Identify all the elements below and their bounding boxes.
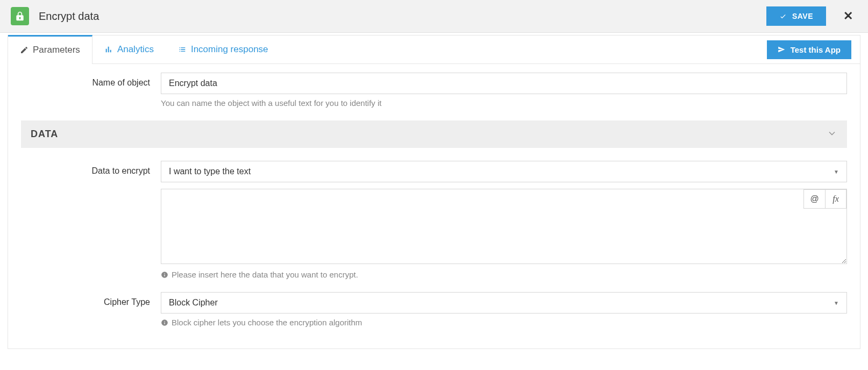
caret-down-icon: ▼	[834, 300, 839, 306]
section-data-title: DATA	[31, 129, 58, 140]
name-of-object-help: You can name the object with a useful te…	[161, 98, 847, 108]
list-icon	[178, 45, 187, 54]
insert-variable-button[interactable]: @	[803, 189, 825, 209]
chevron-down-icon	[827, 128, 837, 140]
tab-spacer	[281, 35, 767, 63]
lock-icon	[11, 7, 29, 25]
cipher-type-help: Block cipher lets you choose the encrypt…	[161, 318, 847, 327]
tab-analytics[interactable]: Analytics	[93, 35, 166, 63]
check-icon	[779, 12, 787, 20]
config-panel: Parameters Analytics Incoming response T…	[8, 35, 860, 349]
row-name-of-object: Name of object You can name the object w…	[21, 73, 847, 108]
info-icon	[161, 271, 168, 279]
cipher-type-label: Cipher Type	[21, 292, 161, 307]
test-app-button[interactable]: Test this App	[767, 40, 851, 59]
data-to-encrypt-help: Please insert here the data that you wan…	[161, 270, 847, 279]
at-icon: @	[810, 194, 819, 204]
save-button[interactable]: SAVE	[766, 6, 826, 26]
row-cipher-type: Cipher Type Block Cipher ▼ Block cipher …	[21, 292, 847, 327]
info-icon	[161, 319, 168, 326]
tab-analytics-label: Analytics	[117, 44, 154, 55]
tab-incoming-label: Incoming response	[191, 44, 268, 55]
tab-parameters[interactable]: Parameters	[8, 35, 93, 64]
name-of-object-input[interactable]	[161, 73, 847, 94]
cipher-type-select-value: Block Cipher	[169, 298, 218, 308]
tab-incoming-response[interactable]: Incoming response	[166, 35, 281, 63]
test-app-label: Test this App	[791, 45, 841, 54]
save-button-label: SAVE	[792, 12, 813, 20]
page-title: Encrypt data	[39, 10, 766, 23]
cipher-type-help-text: Block cipher lets you choose the encrypt…	[172, 318, 362, 327]
data-to-encrypt-select-value: I want to type the text	[169, 167, 251, 176]
data-to-encrypt-select[interactable]: I want to type the text ▼	[161, 161, 847, 182]
caret-down-icon: ▼	[834, 169, 839, 175]
tab-bar: Parameters Analytics Incoming response T…	[8, 35, 860, 64]
close-icon: ✕	[843, 9, 853, 23]
paper-plane-icon	[778, 46, 785, 53]
textarea-toolbar: @ fx	[803, 189, 846, 209]
bar-chart-icon	[104, 45, 113, 54]
fx-icon: fx	[833, 194, 839, 204]
cipher-type-select[interactable]: Block Cipher ▼	[161, 292, 847, 314]
page-header: Encrypt data SAVE ✕	[0, 0, 868, 33]
row-data-to-encrypt: Data to encrypt I want to type the text …	[21, 161, 847, 279]
name-of-object-label: Name of object	[21, 73, 161, 88]
data-to-encrypt-help-text: Please insert here the data that you wan…	[172, 270, 358, 279]
form-body: Name of object You can name the object w…	[8, 64, 860, 348]
close-button[interactable]: ✕	[839, 7, 857, 25]
data-to-encrypt-textarea[interactable]	[161, 189, 847, 264]
tab-parameters-label: Parameters	[33, 45, 80, 55]
edit-icon	[20, 46, 29, 54]
insert-function-button[interactable]: fx	[825, 189, 846, 209]
section-data-header[interactable]: DATA	[21, 120, 847, 148]
data-to-encrypt-label: Data to encrypt	[21, 161, 161, 176]
